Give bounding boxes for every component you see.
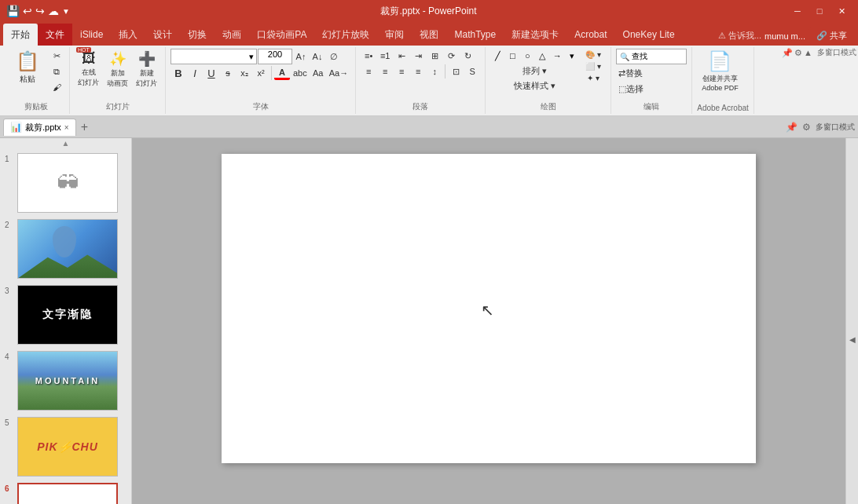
slide-thumbnail-6[interactable]: 6 [3, 481, 128, 504]
convert-to-art-button[interactable]: S [464, 64, 480, 79]
multi-window-button[interactable]: 多窗口模式 [817, 47, 856, 58]
italic-button[interactable]: I [187, 66, 203, 80]
more-icon[interactable]: ▼ [62, 7, 70, 16]
align-right-button[interactable]: ≡ [394, 64, 409, 79]
tab-animations[interactable]: 动画 [214, 24, 249, 46]
settings-icon[interactable]: ⚙ [802, 122, 811, 133]
slide-thumbnail-1[interactable]: 1 🕶 [3, 152, 128, 214]
collapse-ribbon-button[interactable]: ▲ [804, 48, 812, 57]
right-panel-collapse[interactable]: ◀ [845, 138, 858, 504]
tab-pocket-pa[interactable]: 口袋动画PA [249, 24, 314, 46]
cut-button[interactable]: ✂ [49, 49, 64, 63]
text-box-button[interactable]: ⊡ [448, 64, 464, 79]
save-icon[interactable]: 💾 [6, 5, 20, 17]
shape-triangle[interactable]: △ [535, 49, 549, 63]
paste-button[interactable]: 📋 粘贴 [8, 49, 47, 86]
redo-icon[interactable]: ↪ [35, 5, 45, 17]
search-placeholder: 查找 [632, 51, 647, 62]
align-left-button[interactable]: ≡ [361, 64, 376, 79]
increase-font-button[interactable]: A↑ [293, 49, 309, 64]
decrease-indent-button[interactable]: ⇤ [394, 49, 409, 63]
shape-outline-button[interactable]: ⬜ ▾ [581, 60, 606, 72]
new-slide-button[interactable]: ➕ 新建幻灯片 [133, 49, 160, 90]
shape-arrow[interactable]: → [550, 49, 564, 63]
numbering-button[interactable]: ≡1 [377, 49, 393, 63]
undo-icon[interactable]: ↩ [23, 5, 32, 17]
tab-slideshow[interactable]: 幻灯片放映 [314, 24, 377, 46]
tab-islide[interactable]: iSlide [72, 24, 111, 46]
font-row2: B I U s x₂ x² A abc Aa Aa→ [170, 66, 350, 80]
increase-indent-button[interactable]: ⇥ [410, 49, 426, 63]
minimize-button[interactable]: ─ [787, 3, 808, 19]
slide-thumbnail-4[interactable]: 4 MOUNTAIN [3, 349, 128, 412]
shape-line[interactable]: ╱ [490, 49, 504, 63]
pin-window-icon[interactable]: 📌 [786, 122, 798, 133]
align-center-button[interactable]: ≡ [377, 64, 393, 79]
justify-button[interactable]: ≡ [410, 64, 426, 79]
shape-fill-button[interactable]: 🎨 ▾ [581, 49, 606, 60]
shape-circle[interactable]: ○ [520, 49, 534, 63]
new-animation-button[interactable]: ✨ 新加动画页 [104, 49, 131, 90]
copy-button[interactable]: ⧉ [49, 64, 64, 79]
tab-view[interactable]: 视图 [412, 24, 446, 46]
tab-design[interactable]: 设计 [145, 24, 180, 46]
select-button[interactable]: ⬚ 选择 [616, 82, 646, 96]
quick-styles-button[interactable]: 快速样式 ▾ [490, 79, 579, 93]
collapse-arrow-icon: ◀ [849, 335, 856, 344]
clear-format-button[interactable]: ∅ [326, 49, 342, 64]
user-avatar[interactable]: mumu m... [764, 31, 805, 41]
create-pdf-button[interactable]: 📄 创建并共享Adobe PDF [697, 49, 743, 93]
superscript-button[interactable]: x² [253, 66, 269, 80]
font-color-button[interactable]: A [274, 66, 290, 80]
tab-onekey[interactable]: OneKey Lite [615, 24, 683, 46]
file-tab-close[interactable]: × [64, 123, 69, 132]
tell-me-input[interactable]: ⚠ 告诉我... [718, 30, 761, 42]
share-button[interactable]: 🔗 共享 [808, 27, 855, 44]
bullets-button[interactable]: ≡• [361, 49, 376, 63]
shape-more[interactable]: ▾ [565, 49, 579, 63]
font-selector-button[interactable]: Aa→ [327, 66, 350, 80]
slide-thumbnail-2[interactable]: 2 [3, 217, 128, 280]
arrange-button[interactable]: 排列 ▾ [490, 64, 579, 78]
columns-button[interactable]: ⊞ [427, 49, 442, 63]
tab-mathtype[interactable]: MathType [446, 24, 504, 46]
tab-new-options[interactable]: 新建选项卡 [504, 24, 566, 46]
text-highlight-button[interactable]: abc [291, 66, 310, 80]
tab-transitions[interactable]: 切换 [180, 24, 214, 46]
text-direction-button[interactable]: ↻ [460, 49, 475, 63]
change-case-button[interactable]: Aa [310, 66, 326, 80]
font-name-box[interactable]: ▾ [170, 49, 257, 64]
tab-insert[interactable]: 插入 [111, 24, 145, 46]
pin-icon[interactable]: 📌 [782, 48, 793, 58]
decrease-font-button[interactable]: A↓ [310, 49, 325, 64]
main-area: ▲ 1 🕶 2 [0, 138, 858, 504]
subscript-button[interactable]: x₂ [236, 66, 252, 80]
tab-file[interactable]: 文件 [38, 24, 72, 46]
multi-window-label[interactable]: 多窗口模式 [816, 122, 855, 133]
smart-convert-button[interactable]: ⟳ [443, 49, 459, 63]
format-painter-button[interactable]: 🖌 [49, 80, 64, 94]
canvas-area[interactable]: ↖ [132, 138, 845, 504]
close-button[interactable]: ✕ [831, 3, 852, 19]
shape-effect-button[interactable]: ✦ ▾ [581, 72, 606, 84]
add-tab-button[interactable]: + [78, 120, 91, 134]
underline-button[interactable]: U [204, 66, 219, 80]
autosave-icon[interactable]: ☁ [48, 5, 59, 17]
file-tab-item[interactable]: 📊 裁剪.pptx × [3, 119, 76, 136]
line-spacing-button[interactable]: ↕ [427, 64, 442, 79]
tab-acrobat[interactable]: Acrobat [566, 24, 614, 46]
replace-button[interactable]: ⇄ 替换 [616, 66, 645, 80]
scroll-up-arrow[interactable]: ▲ [0, 138, 131, 148]
tab-review[interactable]: 审阅 [377, 24, 412, 46]
font-size-box[interactable]: 200 [258, 49, 292, 64]
slide-thumbnail-5[interactable]: 5 PIK⚡CHU [3, 415, 128, 478]
strikethrough-button[interactable]: s [220, 66, 236, 80]
maximize-button[interactable]: □ [809, 3, 830, 19]
online-slides-button[interactable]: HOT 🖼 在线幻灯片 [75, 49, 102, 89]
shape-rect[interactable]: □ [505, 49, 519, 63]
expand-icon[interactable]: ⚙ [794, 48, 802, 58]
bold-button[interactable]: B [170, 66, 186, 80]
search-row[interactable]: 🔍 查找 [616, 49, 687, 64]
tab-home[interactable]: 开始 [3, 24, 38, 46]
slide-thumbnail-3[interactable]: 3 文字渐隐 [3, 283, 128, 346]
